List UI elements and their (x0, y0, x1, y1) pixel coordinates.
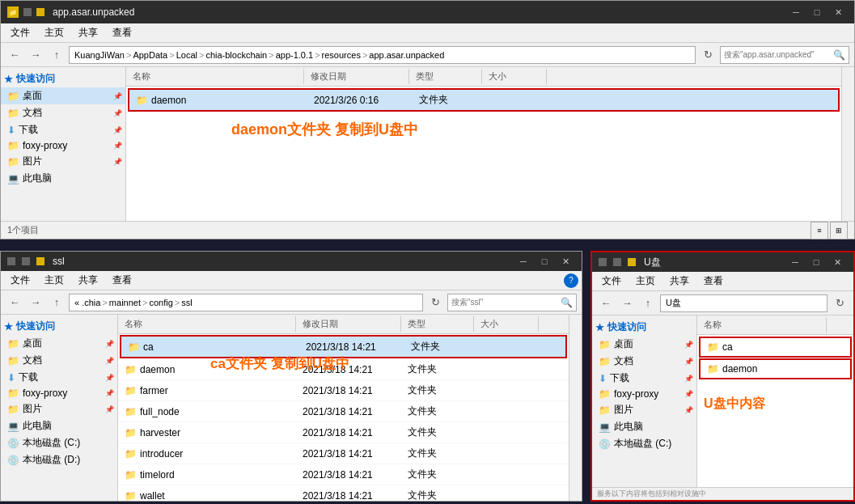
bl-col-type[interactable]: 类型 (401, 316, 474, 332)
refresh-button[interactable]: ↻ (699, 46, 717, 64)
bl-close[interactable]: ✕ (556, 254, 575, 269)
bl-refresh[interactable]: ↻ (426, 294, 444, 311)
path-part: AppData (133, 50, 167, 60)
maximize-button[interactable]: □ (807, 5, 827, 19)
bl-col-date[interactable]: 修改日期 (296, 316, 401, 332)
close-button[interactable]: ✕ (828, 5, 848, 19)
bl-sidebar-c-drive[interactable]: 💿 本地磁盘 (C:) (1, 434, 117, 451)
br-sidebar-computer[interactable]: 💻 此电脑 (592, 418, 696, 435)
br-menu-view[interactable]: 查看 (697, 273, 730, 290)
bl-search-input[interactable] (451, 298, 561, 307)
menu-share[interactable]: 共享 (72, 24, 104, 41)
br-file-row-ca[interactable]: 📁 ca (699, 337, 852, 358)
br-sidebar-c-drive[interactable]: 💿 本地磁盘 (C:) (592, 435, 696, 452)
file-row-daemon[interactable]: 📁 daemon 2021/3/26 0:16 文件夹 (128, 88, 840, 112)
bl-sidebar-foxy[interactable]: 📁 foxy-proxy 📌 (1, 386, 117, 400)
view-detail-btn[interactable]: ≡ (811, 222, 828, 239)
br-sidebar-desktop[interactable]: 📁 桌面 📌 (592, 336, 696, 353)
file-date-daemon: 2021/3/18 14:21 (296, 363, 401, 376)
file-row-daemon[interactable]: 📁 daemon 2021/3/18 14:21 文件夹 (118, 359, 569, 380)
br-file-row-daemon[interactable]: 📁 daemon (699, 358, 852, 379)
br-back-button[interactable]: ← (597, 294, 615, 312)
search-input[interactable] (724, 50, 833, 59)
file-row-ca[interactable]: 📁 ca 2021/3/18 14:21 文件夹 (120, 335, 567, 358)
bl-sidebar-images[interactable]: 📁 图片 📌 (1, 400, 117, 417)
bl-address-path[interactable]: « .chia > mainnet > config > ssl (69, 294, 423, 311)
sidebar-label: 图片 (23, 155, 42, 168)
bl-sidebar-docs[interactable]: 📁 文档 📌 (1, 352, 117, 369)
br-quick-access-heading[interactable]: ★ 快速访问 (592, 319, 696, 336)
file-type-harvester: 文件夹 (401, 425, 474, 440)
col-type-header[interactable]: 类型 (409, 69, 482, 84)
bl-quick-access-heading[interactable]: ★ 快速访问 (1, 318, 117, 335)
bl-menu-share[interactable]: 共享 (72, 272, 104, 289)
top-scrollbar[interactable] (841, 67, 854, 221)
br-sidebar-docs[interactable]: 📁 文档 📌 (592, 353, 696, 370)
sidebar-item-downloads[interactable]: ⬇ 下载 📌 (1, 121, 125, 138)
bl-sidebar-computer[interactable]: 💻 此电脑 (1, 417, 117, 434)
br-refresh[interactable]: ↻ (831, 294, 849, 312)
br-address-path[interactable]: U盘 (660, 294, 827, 312)
up-button[interactable]: ↑ (48, 46, 66, 64)
br-sidebar-images[interactable]: 📁 图片 📌 (592, 401, 696, 418)
file-row-fullnode[interactable]: 📁 full_node 2021/3/18 14:21 文件夹 (118, 401, 569, 422)
bl-up-button[interactable]: ↑ (48, 294, 66, 311)
col-size-header[interactable]: 大小 (482, 69, 547, 84)
help-button[interactable]: ? (564, 273, 578, 288)
bl-menu-home[interactable]: 主页 (38, 272, 70, 289)
br-minimize[interactable]: ─ (785, 255, 805, 269)
bl-minimize[interactable]: ─ (514, 254, 533, 269)
br-maximize[interactable]: □ (806, 255, 826, 269)
bl-scrollbar[interactable] (569, 315, 582, 501)
quick-access-heading[interactable]: ★ 快速访问 (1, 70, 125, 87)
bl-menu-view[interactable]: 查看 (106, 272, 138, 289)
col-date-header[interactable]: 修改日期 (304, 69, 409, 84)
bl-col-name[interactable]: 名称 (118, 316, 296, 332)
forward-button[interactable]: → (27, 46, 44, 64)
bl-sidebar-desktop[interactable]: 📁 桌面 📌 (1, 335, 117, 352)
bl-sidebar-d-drive[interactable]: 💿 本地磁盘 (D:) (1, 451, 117, 468)
file-row-wallet[interactable]: 📁 wallet 2021/3/18 14:21 文件夹 (118, 485, 569, 501)
pin-icon: 📌 (113, 109, 122, 117)
sidebar-item-images[interactable]: 📁 图片 📌 (1, 153, 125, 170)
br-up-button[interactable]: ↑ (639, 294, 657, 312)
sidebar-item-docs[interactable]: 📁 文档 📌 (1, 104, 125, 121)
menu-home[interactable]: 主页 (38, 24, 70, 41)
br-sidebar-downloads[interactable]: ⬇ 下载 📌 (592, 370, 696, 387)
sidebar-item-foxy[interactable]: 📁 foxy-proxy 📌 (1, 138, 125, 153)
file-row-farmer[interactable]: 📁 farmer 2021/3/18 14:21 文件夹 (118, 380, 569, 401)
br-close[interactable]: ✕ (827, 255, 847, 269)
br-menu-file[interactable]: 文件 (595, 273, 628, 290)
sidebar-label: 下载 (19, 123, 38, 137)
view-grid-btn[interactable]: ⊞ (830, 222, 848, 239)
download-icon: ⬇ (599, 373, 607, 384)
separator (0, 239, 855, 251)
bl-forward-button[interactable]: → (27, 294, 44, 311)
file-row-introducer[interactable]: 📁 introducer 2021/3/18 14:21 文件夹 (118, 443, 569, 464)
bl-sidebar-downloads[interactable]: ⬇ 下载 📌 (1, 369, 117, 386)
bl-menu-file[interactable]: 文件 (4, 272, 36, 289)
file-row-timelord[interactable]: 📁 timelord 2021/3/18 14:21 文件夹 (118, 464, 569, 485)
bl-icon1 (7, 257, 15, 265)
minimize-button[interactable]: ─ (786, 5, 806, 19)
br-menu-home[interactable]: 主页 (629, 273, 662, 290)
pin-icon: 📌 (684, 358, 693, 366)
bl-col-size[interactable]: 大小 (474, 316, 539, 332)
address-path[interactable]: KuangJiWan > AppData > Local > chia-bloc… (69, 46, 696, 64)
br-forward-button[interactable]: → (618, 294, 636, 312)
folder-icon: 📁 (599, 356, 611, 367)
br-sidebar-foxy[interactable]: 📁 foxy-proxy 📌 (592, 387, 696, 401)
bl-back-button[interactable]: ← (6, 294, 23, 311)
br-menu-share[interactable]: 共享 (663, 273, 696, 290)
path-part: mainnet (109, 298, 141, 307)
col-name-header[interactable]: 名称 (126, 69, 304, 84)
sidebar-item-computer[interactable]: 💻 此电脑 (1, 170, 125, 187)
br-col-name[interactable]: 名称 (697, 317, 827, 332)
bl-maximize[interactable]: □ (535, 254, 554, 269)
menu-file[interactable]: 文件 (4, 24, 36, 41)
back-button[interactable]: ← (6, 46, 23, 64)
file-size-introducer (474, 453, 539, 455)
menu-view[interactable]: 查看 (106, 24, 138, 41)
file-row-harvester[interactable]: 📁 harvester 2021/3/18 14:21 文件夹 (118, 422, 569, 443)
sidebar-item-desktop[interactable]: 📁 桌面 📌 (1, 87, 125, 104)
